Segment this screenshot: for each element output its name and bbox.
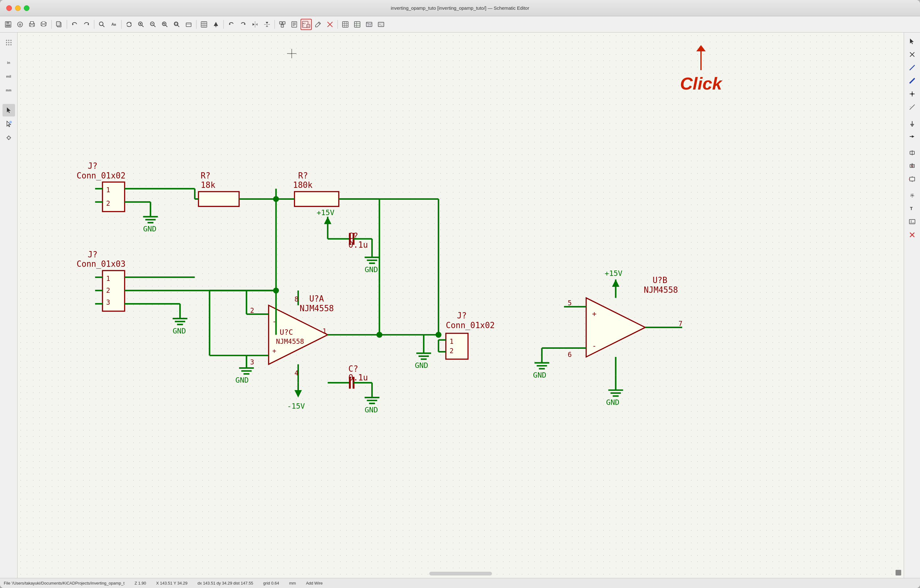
svg-marker-267 — [912, 135, 914, 138]
schematic-canvas[interactable]: .wire { stroke: #007700; stroke-width: 2… — [18, 32, 904, 578]
svg-marker-50 — [266, 22, 268, 24]
svg-text:18k: 18k — [201, 180, 215, 190]
text-search-button[interactable]: AB — [108, 19, 119, 30]
status-mode: Add Wire — [306, 581, 322, 585]
svg-text:J?: J? — [88, 250, 97, 259]
svg-text:U?C: U?C — [280, 328, 293, 337]
rotate-ccw-button[interactable] — [226, 19, 237, 30]
pipe-button[interactable] — [3, 131, 15, 144]
add-power-tool[interactable] — [906, 160, 918, 172]
add-text-tool[interactable]: T — [906, 202, 918, 215]
svg-text:>_: >_ — [379, 23, 382, 26]
grid-dots-button[interactable] — [3, 36, 15, 49]
print2-button[interactable] — [38, 19, 50, 30]
annotate-button[interactable]: R? R 42 — [301, 19, 312, 30]
svg-rect-37 — [201, 22, 207, 27]
svg-marker-44 — [229, 23, 231, 25]
bom2-button[interactable] — [351, 19, 363, 30]
zoom-out-button[interactable] — [147, 19, 159, 30]
map-button[interactable] — [363, 19, 375, 30]
schematic-diagram: .wire { stroke: #007700; stroke-width: 2… — [18, 32, 904, 578]
svg-rect-8 — [31, 25, 34, 27]
svg-rect-70 — [342, 22, 348, 27]
print-button[interactable] — [26, 19, 37, 30]
minimize-button[interactable] — [15, 5, 21, 11]
svg-marker-164 — [269, 305, 328, 365]
status-units: mm — [289, 581, 296, 585]
zoom-in-button[interactable] — [135, 19, 147, 30]
svg-text:J?: J? — [88, 161, 97, 171]
svg-point-89 — [10, 42, 11, 43]
zoom-area-button[interactable] — [183, 19, 194, 30]
svg-text:GND: GND — [415, 361, 428, 370]
netlist-button[interactable] — [277, 19, 288, 30]
svg-rect-3 — [9, 22, 10, 23]
add-image-tool[interactable] — [906, 215, 918, 228]
close-button[interactable] — [6, 5, 12, 11]
svg-text:2: 2 — [450, 347, 454, 355]
cross-probe-button[interactable] — [324, 19, 335, 30]
cross-ref-tool[interactable] — [906, 130, 918, 143]
add-wire-tool[interactable] — [906, 61, 918, 74]
svg-text:R?: R? — [201, 171, 210, 180]
svg-text:+: + — [272, 347, 276, 355]
svg-text:1: 1 — [450, 338, 454, 345]
console-button[interactable]: >_ — [376, 19, 387, 30]
draw-wire-tool[interactable] — [906, 189, 918, 202]
status-grid: grid 0.64 — [263, 581, 279, 585]
highlight-button[interactable] — [3, 118, 15, 130]
status-coords: X 143.51 Y 34.29 — [156, 581, 187, 585]
zoom-reset-button[interactable] — [171, 19, 182, 30]
svg-text:42: 42 — [307, 25, 309, 27]
svg-text:6: 6 — [568, 351, 572, 359]
undo-button[interactable] — [69, 19, 80, 30]
up-button[interactable] — [210, 19, 222, 30]
svg-rect-54 — [281, 25, 283, 27]
svg-text:1: 1 — [106, 186, 110, 194]
wire-junction-tool[interactable] — [906, 88, 918, 100]
svg-rect-14 — [57, 22, 60, 26]
svg-rect-98 — [8, 137, 10, 139]
svg-point-86 — [10, 40, 11, 41]
svg-text:R?: R? — [298, 171, 308, 180]
redo-button[interactable] — [81, 19, 92, 30]
add-symbol2-tool[interactable] — [906, 173, 918, 185]
table-button[interactable] — [340, 19, 351, 30]
delete-tool[interactable] — [906, 229, 918, 241]
properties-button[interactable]: ⚙ — [15, 19, 26, 30]
svg-text:1: 1 — [106, 275, 110, 283]
units-mm-button[interactable]: mm — [3, 84, 15, 97]
cursor-tool[interactable] — [906, 35, 918, 48]
gnd-power-tool[interactable] — [906, 117, 918, 129]
zoom-fit-button[interactable] — [159, 19, 170, 30]
refresh-button[interactable] — [123, 19, 135, 30]
search-button[interactable] — [96, 19, 107, 30]
edit-button[interactable] — [313, 19, 324, 30]
rotate-cw-button[interactable] — [238, 19, 249, 30]
mirror-v-button[interactable] — [261, 19, 273, 30]
svg-text:7: 7 — [679, 320, 682, 328]
svg-marker-150 — [324, 216, 332, 224]
add-symbol-tool[interactable] — [906, 147, 918, 159]
no-connect-tool[interactable] — [906, 48, 918, 61]
mirror-h-button[interactable] — [249, 19, 261, 30]
svg-line-273 — [912, 165, 913, 166]
svg-line-256 — [910, 78, 915, 83]
add-bus-tool[interactable] — [906, 74, 918, 87]
svg-point-88 — [8, 42, 10, 43]
svg-marker-194 — [295, 390, 302, 397]
net-label-tool[interactable]: -- — [906, 101, 918, 113]
copy-button[interactable] — [53, 19, 65, 30]
bom-button[interactable] — [288, 19, 300, 30]
units-mil-button[interactable]: mil — [3, 70, 15, 82]
svg-rect-12 — [46, 23, 47, 23]
select-tool-button[interactable] — [3, 104, 15, 116]
horizontal-scrollbar[interactable] — [429, 572, 492, 575]
units-in-button[interactable]: in — [3, 57, 15, 69]
svg-text:NJM4558: NJM4558 — [276, 338, 304, 345]
grid-button[interactable] — [198, 19, 210, 30]
svg-rect-75 — [355, 22, 360, 27]
svg-text:2: 2 — [250, 307, 254, 314]
save-button[interactable] — [3, 19, 14, 30]
maximize-button[interactable] — [24, 5, 29, 11]
